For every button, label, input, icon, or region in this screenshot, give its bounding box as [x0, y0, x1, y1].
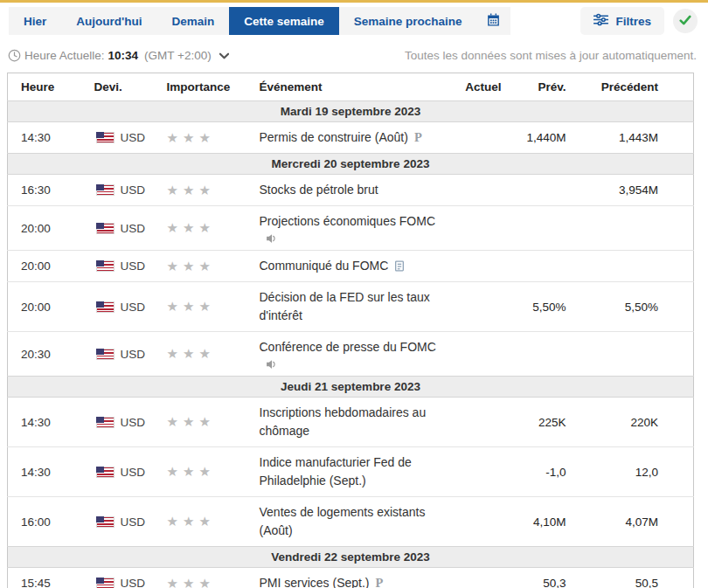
previous-value	[571, 332, 694, 377]
filters-button-label: Filtres	[615, 15, 651, 28]
actual-value	[457, 497, 514, 547]
actual-value	[457, 175, 514, 206]
event-currency: USD	[81, 122, 151, 154]
importance-star-icon: ★	[183, 299, 194, 314]
currency-code: USD	[121, 131, 146, 144]
timezone-dropdown-button[interactable]	[218, 51, 231, 61]
event-importance: ★★★	[151, 497, 239, 547]
importance-star-icon: ★	[183, 464, 194, 479]
tab-aujourd-hui[interactable]: Aujourd'hui	[61, 7, 156, 35]
importance-star-icon: ★	[198, 514, 210, 529]
event-link[interactable]: Projections économiques FOMC	[260, 212, 436, 231]
event-link[interactable]: Inscriptions hebdomadaires au chômage	[260, 404, 452, 440]
importance-star-icon: ★	[167, 220, 178, 235]
event-currency: USD	[81, 568, 151, 588]
actual-value	[457, 447, 514, 497]
col-header-importance: Importance	[151, 73, 239, 101]
forecast-value	[514, 251, 571, 282]
event-importance: ★★★	[151, 398, 239, 447]
previous-value: 3,954M	[571, 175, 694, 206]
event-link[interactable]: Permis de construire (Août)	[260, 128, 408, 147]
table-header-row: HeureDevi.ImportanceÉvénementActuelPrév.…	[8, 73, 694, 101]
col-header-actuel: Actuel	[457, 73, 514, 101]
previous-value: 12,0	[571, 447, 694, 497]
calendar-picker-button[interactable]	[477, 7, 510, 35]
currency-code: USD	[121, 416, 146, 429]
importance-star-icon: ★	[198, 464, 210, 479]
col-header-evenement: Événement	[239, 73, 457, 101]
speaker-icon	[266, 359, 277, 370]
event-link[interactable]: Indice manufacturier Fed de Philadelphie…	[260, 453, 452, 490]
currency-code: USD	[121, 466, 146, 479]
forecast-value: -1,0	[514, 447, 571, 497]
col-header-precedent: Précédent	[571, 73, 694, 101]
event-cell: Conférence de presse du FOMC	[239, 332, 457, 377]
importance-star-icon: ★	[167, 183, 178, 197]
importance-star-icon: ★	[198, 183, 210, 197]
us-flag-icon	[96, 467, 115, 478]
tab-semaine-prochaine[interactable]: Semaine prochaine	[339, 7, 477, 35]
col-header-devi: Devi.	[81, 73, 151, 101]
event-time: 20:00	[8, 251, 81, 282]
date-header-label: Vendredi 22 septembre 2023	[8, 547, 694, 568]
speaker-icon	[266, 233, 277, 244]
us-flag-icon	[96, 260, 115, 272]
event-currency: USD	[81, 398, 151, 447]
us-flag-icon	[96, 349, 115, 360]
importance-star-icon: ★	[198, 220, 210, 235]
event-link[interactable]: Stocks de pétrole brut	[260, 181, 378, 199]
filters-button[interactable]: Filtres	[580, 7, 664, 35]
event-cell: Permis de construire (Août)P	[239, 122, 457, 154]
event-currency: USD	[81, 332, 151, 377]
event-cell: PMI services (Sept.)P	[239, 568, 457, 588]
importance-star-icon: ★	[183, 576, 194, 588]
current-time-group: Heure Actuelle:10:34 (GMT +2:00)	[8, 49, 231, 62]
event-link[interactable]: Ventes de logements existants (Août)	[260, 503, 452, 540]
us-flag-icon	[96, 516, 115, 528]
event-importance: ★★★	[151, 175, 239, 206]
event-cell: Stocks de pétrole brut	[239, 175, 457, 206]
importance-star-icon: ★	[167, 299, 178, 314]
event-importance: ★★★	[151, 282, 239, 332]
importance-star-icon: ★	[198, 259, 210, 273]
toolbar: HierAujourd'huiDemainCette semaineSemain…	[0, 3, 708, 35]
us-flag-icon	[96, 132, 115, 143]
tab-demain[interactable]: Demain	[156, 7, 229, 35]
event-cell: Ventes de logements existants (Août)	[239, 497, 457, 547]
event-row: 20:30USD★★★Conférence de presse du FOMC	[8, 332, 694, 377]
check-icon	[679, 13, 691, 29]
event-time: 14:30	[8, 447, 81, 497]
economic-calendar-table: HeureDevi.ImportanceÉvénementActuelPrév.…	[7, 73, 694, 588]
us-flag-icon	[96, 301, 115, 313]
actual-value	[457, 122, 514, 154]
event-cell: Inscriptions hebdomadaires au chômage	[239, 398, 457, 447]
event-link[interactable]: Communiqué du FOMC	[260, 257, 389, 275]
filter-active-check[interactable]	[673, 9, 698, 33]
importance-star-icon: ★	[183, 259, 194, 273]
importance-star-icon: ★	[198, 576, 210, 588]
col-header-heure: Heure	[8, 73, 81, 101]
event-link[interactable]: Décision de la FED sur les taux d'intérê…	[260, 288, 452, 325]
report-icon	[394, 260, 405, 272]
event-time: 15:45	[8, 568, 81, 588]
tab-hier[interactable]: Hier	[9, 7, 61, 35]
event-link[interactable]: PMI services (Sept.)	[260, 574, 370, 588]
event-time: 16:30	[8, 175, 81, 206]
importance-star-icon: ★	[167, 414, 178, 429]
tab-cette-semaine[interactable]: Cette semaine	[229, 7, 339, 35]
forecast-value: 1,440M	[514, 122, 571, 154]
importance-star-icon: ★	[183, 414, 194, 429]
event-link[interactable]: Conférence de presse du FOMC	[260, 338, 436, 356]
event-currency: USD	[81, 282, 151, 332]
actual-value	[457, 251, 514, 282]
importance-star-icon: ★	[183, 183, 194, 197]
importance-star-icon: ★	[183, 220, 194, 235]
event-importance: ★★★	[151, 206, 239, 251]
forecast-value: 225K	[514, 398, 571, 447]
currency-code: USD	[121, 259, 146, 273]
event-currency: USD	[81, 206, 151, 251]
current-time-label: Heure Actuelle:	[24, 49, 105, 62]
event-importance: ★★★	[151, 122, 239, 154]
actual-value	[457, 332, 514, 377]
event-row: 14:30USD★★★Indice manufacturier Fed de P…	[8, 447, 694, 497]
